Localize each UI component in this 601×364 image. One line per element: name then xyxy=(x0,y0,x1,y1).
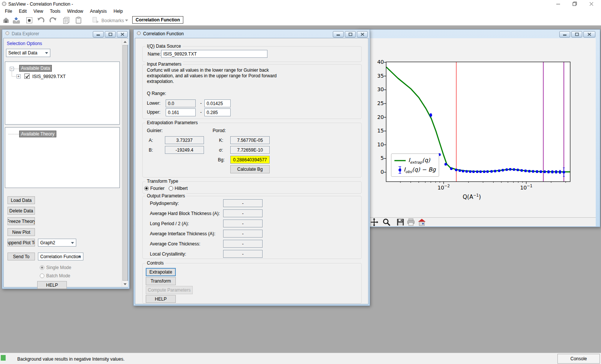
menu-window[interactable]: Window xyxy=(64,8,87,15)
legend-entry-observed: Iobs(q) − Bg xyxy=(394,165,436,174)
append-plot-to-button[interactable]: Append Plot To xyxy=(8,239,35,247)
data-item-label[interactable]: ISIS_98929.TXT xyxy=(32,74,66,79)
chart-canvas[interactable] xyxy=(358,38,596,217)
polydispersity-field[interactable]: - xyxy=(223,199,263,207)
single-mode-radio[interactable] xyxy=(40,265,44,270)
data-point xyxy=(559,171,561,173)
data-item-checkbox[interactable] xyxy=(24,74,30,79)
long-period-label: Long Period / 2 (A): xyxy=(150,221,189,226)
graph-maximize-button[interactable] xyxy=(571,31,582,38)
background-field[interactable]: 0.288640394577 xyxy=(230,156,270,164)
data-name-field[interactable]: ISIS_98929.TXT xyxy=(161,50,267,58)
correlation-function-dialog[interactable]: Correlation Function I(Q) Data Source Na… xyxy=(133,29,370,306)
batch-mode-radio[interactable] xyxy=(40,274,44,278)
available-theory-tree[interactable]: Available Theory xyxy=(5,127,120,188)
save-icon[interactable] xyxy=(396,218,405,226)
available-data-tree[interactable]: − Available Data + ISIS_98929.TXT xyxy=(5,62,120,125)
redo-icon[interactable] xyxy=(48,16,57,24)
long-period-field[interactable]: - xyxy=(223,220,263,227)
collapse-expander-icon[interactable]: − xyxy=(10,67,14,71)
startup-settings-icon[interactable] xyxy=(74,16,83,24)
fourier-radio[interactable] xyxy=(144,186,149,191)
send-to-perspective-combobox[interactable]: Correlation Function xyxy=(38,253,83,260)
delete-data-button[interactable]: Delete Data xyxy=(8,207,35,215)
data-explorer-minimize-button[interactable] xyxy=(93,31,104,38)
available-theory-node[interactable]: Available Theory xyxy=(19,131,56,137)
load-data-button[interactable]: Load Data xyxy=(8,196,35,204)
core-thickness-field[interactable]: - xyxy=(223,240,263,248)
app-restore-button[interactable] xyxy=(569,0,581,8)
new-plot-button[interactable]: New Plot xyxy=(8,228,35,236)
home-icon[interactable] xyxy=(417,218,426,226)
dialog-maximize-button[interactable] xyxy=(345,31,356,38)
bookmarks-dropdown-icon[interactable] xyxy=(125,20,128,21)
data-explorer-window[interactable]: Data Explorer Selection Options Select a… xyxy=(2,29,130,289)
menu-file[interactable]: File xyxy=(2,8,15,15)
plot-figure[interactable]: Q(A−1) Iextrap(q) Iobs(q) − Bg 051015202… xyxy=(358,38,596,217)
data-filter-combobox[interactable]: Select all Data xyxy=(6,49,50,57)
dialog-help-button[interactable]: HELP xyxy=(146,295,176,303)
x-tick-label: 10−2 xyxy=(432,184,455,191)
freeze-theory-button[interactable]: Freeze Theory xyxy=(8,217,35,225)
print-icon[interactable] xyxy=(406,218,415,226)
expand-expander-icon[interactable]: + xyxy=(17,74,21,78)
graph-close-button[interactable] xyxy=(583,31,595,38)
porod-k-field[interactable]: 7.56770E-05 xyxy=(230,136,270,144)
perspective-tab-correlation-function[interactable]: Correlation Function xyxy=(132,16,183,24)
dialog-minimize-button[interactable] xyxy=(333,31,344,38)
menu-edit[interactable]: Edit xyxy=(15,8,30,15)
guinier-b-field[interactable]: -19249.4 xyxy=(165,146,204,154)
graph-window[interactable]: Q(A−1) Iextrap(q) Iobs(q) − Bg 051015202… xyxy=(357,29,600,227)
upper-to-field[interactable]: 0.285 xyxy=(204,108,231,116)
data-explorer-help-button[interactable]: HELP xyxy=(37,281,67,289)
data-explorer-maximize-button[interactable] xyxy=(105,31,116,38)
append-plot-target-combobox[interactable]: Graph2 xyxy=(38,239,76,247)
x-axis-label: Q(A−1) xyxy=(449,193,494,200)
menu-view[interactable]: View xyxy=(30,8,47,15)
data-point xyxy=(498,169,500,172)
report-icon[interactable] xyxy=(62,16,71,24)
hilbert-radio[interactable] xyxy=(169,186,173,191)
plot-legend[interactable]: Iextrap(q) Iobs(q) − Bg xyxy=(391,153,439,177)
porod-sigma-field[interactable]: 7.72659E-10 xyxy=(230,146,270,154)
data-explorer-close-button[interactable] xyxy=(117,31,128,38)
app-close-button[interactable] xyxy=(585,0,597,8)
pan-icon[interactable] xyxy=(370,218,379,226)
undo-icon[interactable] xyxy=(36,16,45,24)
scroll-down-icon[interactable] xyxy=(122,281,128,287)
menu-tools[interactable]: Tools xyxy=(47,8,64,15)
local-crystallinity-field[interactable]: - xyxy=(223,250,263,258)
bookmarks-label[interactable]: Bookmarks xyxy=(101,18,124,23)
guinier-a-field[interactable]: 3.73237 xyxy=(165,136,204,144)
home-icon[interactable] xyxy=(2,16,11,24)
app-minimize-button[interactable] xyxy=(552,0,564,8)
send-to-button[interactable]: Send To xyxy=(8,253,35,260)
scroll-up-icon[interactable] xyxy=(122,39,128,45)
data-point xyxy=(555,171,557,173)
y-tick-label: 30 xyxy=(368,86,384,92)
console-button[interactable]: Console xyxy=(557,354,600,364)
app-title-bar: SasView - Correlation Function - xyxy=(0,0,601,8)
extrapolate-button[interactable]: Extrapolate xyxy=(146,268,176,276)
menu-help[interactable]: Help xyxy=(110,8,126,15)
menu-analysis[interactable]: Analysis xyxy=(87,8,110,15)
dialog-close-button[interactable] xyxy=(357,31,368,38)
data-point xyxy=(462,170,464,173)
data-point xyxy=(505,168,508,171)
data-explorer-scrollbar[interactable] xyxy=(122,39,128,287)
hard-block-thickness-field[interactable]: - xyxy=(223,209,263,217)
calculate-bg-button[interactable]: Calculate Bg xyxy=(230,165,270,173)
zoom-icon[interactable] xyxy=(382,218,391,226)
load-data-icon[interactable] xyxy=(12,16,21,24)
data-point xyxy=(450,167,453,170)
available-data-node[interactable]: Available Data xyxy=(19,65,52,72)
interface-thickness-field[interactable]: - xyxy=(223,230,263,238)
scrollbar-thumb[interactable] xyxy=(122,45,128,281)
lower-from-field[interactable]: 0.0 xyxy=(166,99,196,107)
transform-button[interactable]: Transform xyxy=(146,277,176,285)
upper-from-field[interactable]: 0.161 xyxy=(166,108,196,116)
data-point xyxy=(483,170,486,173)
lower-to-field[interactable]: 0.01425 xyxy=(204,99,231,107)
graph-minimize-button[interactable] xyxy=(559,31,570,38)
save-project-icon[interactable] xyxy=(25,16,34,24)
